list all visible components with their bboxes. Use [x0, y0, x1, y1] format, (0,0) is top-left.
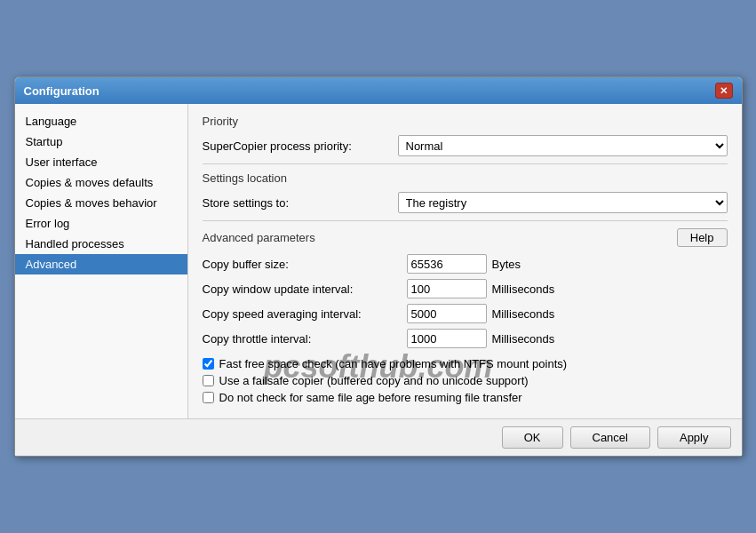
param-unit-copy-window-update: Milliseconds [492, 282, 555, 296]
sidebar-item-user-interface[interactable]: User interface [15, 152, 187, 172]
param-unit-copy-speed-averaging: Milliseconds [492, 307, 555, 321]
priority-section-title: Priority [203, 115, 728, 128]
cancel-button[interactable]: Cancel [570, 426, 650, 449]
sidebar-item-handled-processes[interactable]: Handled processes [15, 234, 187, 254]
titlebar-title: Configuration [24, 84, 99, 98]
param-row-copy-throttle: Copy throttle interval: Milliseconds [203, 329, 728, 348]
checkbox-no-same-file-age[interactable] [203, 392, 214, 403]
checkbox-fast-free-space[interactable] [203, 358, 214, 370]
param-input-copy-buffer-size[interactable] [407, 254, 487, 274]
advanced-header: Advanced parameters Help [203, 228, 728, 247]
sidebar-item-language[interactable]: Language [15, 111, 187, 131]
settings-select[interactable]: The registry Application folder [398, 192, 728, 213]
checkbox-label-failsafe-copier: Use a failsafe copier (buffered copy and… [219, 374, 529, 387]
param-label-copy-buffer-size: Copy buffer size: [203, 258, 407, 271]
param-label-copy-speed-averaging: Copy speed averaging interval: [203, 307, 407, 321]
param-row-copy-window-update: Copy window update interval: Millisecond… [203, 279, 728, 298]
param-unit-copy-buffer-size: Bytes [492, 258, 521, 271]
help-button[interactable]: Help [677, 228, 728, 247]
settings-location-row: Store settings to: The registry Applicat… [203, 192, 728, 213]
sidebar-item-copies-moves-defaults[interactable]: Copies & moves defaults [15, 172, 187, 193]
priority-select[interactable]: Normal Above Normal Below Normal High Id… [398, 135, 728, 156]
main-panel: Priority SuperCopier process priority: N… [188, 104, 742, 418]
param-row-copy-speed-averaging: Copy speed averaging interval: Milliseco… [203, 304, 728, 323]
advanced-section-title: Advanced parameters [203, 231, 315, 244]
sidebar: Language Startup User interface Copies &… [15, 104, 188, 418]
close-button[interactable]: ✕ [715, 83, 733, 99]
sidebar-item-error-log[interactable]: Error log [15, 213, 187, 234]
checkbox-label-fast-free-space: Fast free space check (can have problems… [219, 357, 568, 370]
sidebar-item-copies-moves-behavior[interactable]: Copies & moves behavior [15, 193, 187, 213]
param-unit-copy-throttle: Milliseconds [492, 332, 555, 346]
checkbox-failsafe-copier[interactable] [203, 375, 214, 386]
priority-row: SuperCopier process priority: Normal Abo… [203, 135, 728, 156]
priority-label: SuperCopier process priority: [203, 139, 398, 153]
checkbox-row-failsafe-copier: Use a failsafe copier (buffered copy and… [203, 374, 728, 387]
param-row-copy-buffer-size: Copy buffer size: Bytes [203, 254, 728, 274]
apply-button[interactable]: Apply [657, 426, 731, 449]
checkbox-label-no-same-file-age: Do not check for same file age before re… [219, 391, 522, 404]
sidebar-item-startup[interactable]: Startup [15, 131, 187, 152]
footer: OK Cancel Apply [15, 418, 742, 456]
ok-button[interactable]: OK [502, 426, 563, 449]
settings-section-title: Settings location [203, 171, 728, 185]
param-label-copy-throttle: Copy throttle interval: [203, 332, 407, 346]
settings-label: Store settings to: [203, 196, 398, 210]
param-input-copy-speed-averaging[interactable] [407, 304, 487, 323]
titlebar: Configuration ✕ [15, 77, 742, 104]
checkbox-row-no-same-file-age: Do not check for same file age before re… [203, 391, 728, 404]
param-label-copy-window-update: Copy window update interval: [203, 282, 407, 296]
sidebar-item-advanced[interactable]: Advanced [15, 254, 187, 274]
checkbox-row-fast-free-space: Fast free space check (can have problems… [203, 357, 728, 370]
param-input-copy-window-update[interactable] [407, 279, 487, 298]
param-input-copy-throttle[interactable] [407, 329, 487, 348]
